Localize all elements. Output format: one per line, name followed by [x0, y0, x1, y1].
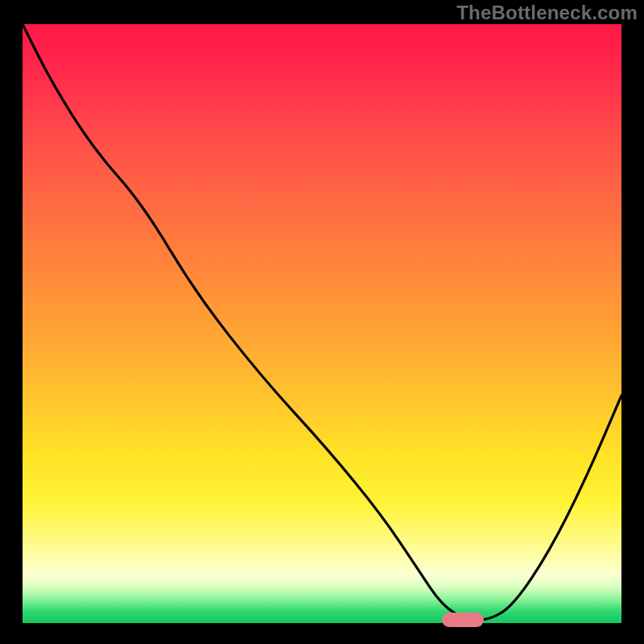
bottleneck-curve	[23, 24, 621, 620]
chart-frame: TheBottleneck.com	[0, 0, 644, 644]
curve-svg	[23, 24, 621, 623]
watermark-text: TheBottleneck.com	[456, 2, 638, 24]
trough-marker	[442, 613, 484, 627]
plot-area	[23, 24, 621, 623]
